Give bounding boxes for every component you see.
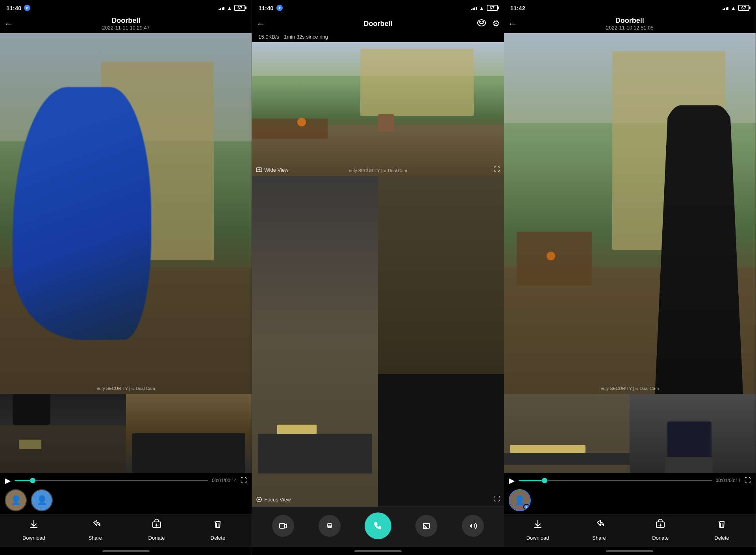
- playback-bar-left: ▶ 00:01/00:14 ⛶: [0, 473, 252, 487]
- back-button-right[interactable]: ←: [508, 18, 517, 29]
- avatars-row-right: 👤 ★: [504, 487, 756, 514]
- wifi-middle: ▲: [479, 5, 484, 11]
- time-middle: 11:40: [258, 5, 273, 11]
- live-ring: 1min 32s since ring: [284, 34, 328, 40]
- progress-thumb-left[interactable]: [30, 478, 35, 483]
- share-icon-right: [593, 519, 604, 533]
- cast-btn[interactable]: [415, 515, 437, 537]
- status-icons-left: ▲ 67: [219, 5, 245, 11]
- back-button-middle[interactable]: ←: [256, 18, 265, 29]
- status-icons-right: ▲ 67: [723, 5, 749, 11]
- camera-toggle-btn[interactable]: [272, 515, 294, 537]
- video-bottom-middle: Focus View ⛶: [252, 176, 504, 507]
- donate-label-right: Donate: [652, 535, 669, 541]
- progress-track-left[interactable]: [15, 480, 208, 481]
- donate-icon-left: [151, 519, 162, 533]
- donate-label-left: Donate: [148, 535, 165, 541]
- progress-thumb-right[interactable]: [542, 478, 547, 483]
- status-time-left: 11:40 ➤: [6, 5, 30, 11]
- wide-view-label: Wide View: [256, 167, 288, 173]
- progress-fill-left: [15, 480, 30, 481]
- svg-point-2: [478, 20, 485, 26]
- settings-icon-middle[interactable]: ⚙: [492, 19, 500, 29]
- svg-point-4: [482, 21, 484, 22]
- play-button-left[interactable]: ▶: [5, 476, 11, 485]
- back-button-left[interactable]: ←: [4, 18, 13, 29]
- wifi-left: ▲: [227, 5, 232, 11]
- nav-subtitle-right: 2022-11-10 12:51:05: [606, 25, 654, 31]
- donate-action-left[interactable]: Donate: [145, 519, 169, 541]
- playback-bar-right: ▶ 00:01/00:11 ⛶: [504, 473, 756, 487]
- time-left: 11:40: [6, 5, 21, 11]
- video-half-left-1: [0, 394, 126, 473]
- signal-right: [723, 6, 728, 10]
- avatar-2-left[interactable]: 👤: [31, 489, 53, 511]
- right-panel: 11:42 ▲ 67 ← Doorbell 2022-11-10 12:51:0…: [504, 0, 756, 555]
- avatar-1-left[interactable]: 👤: [5, 489, 27, 511]
- status-time-middle: 11:40 ➤: [258, 5, 282, 11]
- live-speed: 15.0KB/s: [258, 34, 279, 40]
- signal-left: [219, 6, 224, 10]
- signal-middle: [471, 6, 477, 10]
- delete-action-left[interactable]: Delete: [206, 519, 230, 541]
- call-btn-middle[interactable]: [365, 512, 391, 539]
- video-top-middle: Wide View ⛶ eufy SECURITY | ∞ Dual Cam: [252, 42, 504, 176]
- share-label-right: Share: [592, 535, 606, 541]
- nav-title-left: Doorbell: [102, 17, 150, 25]
- focus-view-expand[interactable]: ⛶: [494, 496, 500, 503]
- status-icons-middle: ▲ 67: [471, 5, 498, 11]
- video-half-left-2: [126, 394, 252, 473]
- location-icon-middle: ➤: [276, 5, 283, 11]
- focus-view-label: Focus View: [256, 496, 291, 503]
- battery-left: 67: [234, 5, 245, 11]
- avatar-1-right[interactable]: 👤 ★: [509, 489, 531, 511]
- left-panel: 11:40 ➤ ▲ 67 ← Doorbell 2022-11-11 10:29…: [0, 0, 252, 555]
- play-button-right[interactable]: ▶: [509, 476, 515, 485]
- svg-rect-8: [280, 523, 285, 528]
- svg-point-7: [258, 499, 260, 500]
- delete-action-right[interactable]: Delete: [710, 519, 734, 541]
- focus-left: [252, 176, 378, 507]
- action-bar-left: Download Share Donate Delete: [0, 514, 252, 547]
- fullscreen-btn-left[interactable]: ⛶: [241, 477, 247, 484]
- video-half-right-2: [630, 394, 756, 473]
- download-label-left: Download: [22, 535, 45, 541]
- download-icon-left: [28, 519, 39, 533]
- time-label-right: 00:01/00:11: [716, 478, 741, 483]
- delete-label-left: Delete: [211, 535, 226, 541]
- svg-line-9: [328, 525, 329, 528]
- status-bar-middle: 11:40 ➤ ▲ 67: [252, 0, 504, 14]
- middle-panel: 11:40 ➤ ▲ 67 ← Doorbell ⚙: [252, 0, 504, 555]
- donate-action-right[interactable]: Donate: [649, 519, 672, 541]
- progress-fill-right: [519, 480, 542, 481]
- svg-line-10: [330, 525, 331, 528]
- nav-bar-left: ← Doorbell 2022-11-11 10:29:47: [0, 14, 252, 33]
- call-controls-middle: [252, 507, 504, 547]
- video-half-right-1: [504, 394, 630, 473]
- video-bottom-right: [504, 394, 756, 473]
- mask-icon-middle[interactable]: [476, 17, 487, 30]
- share-label-left: Share: [88, 535, 102, 541]
- battery-middle: 67: [487, 5, 498, 11]
- video-bottom-left: [0, 394, 252, 473]
- delete-icon-left: [212, 519, 223, 533]
- speaker-btn[interactable]: [462, 515, 484, 537]
- fullscreen-btn-right[interactable]: ⛶: [745, 477, 751, 484]
- action-bar-right: Download Share Donate Delete: [504, 514, 756, 547]
- home-bar-middle: [252, 547, 504, 555]
- download-label-right: Download: [526, 535, 549, 541]
- status-bar-left: 11:40 ➤ ▲ 67: [0, 0, 252, 14]
- donate-icon-right: [655, 519, 666, 533]
- svg-rect-0: [30, 527, 37, 528]
- wide-view-expand[interactable]: ⛶: [494, 166, 500, 173]
- nav-subtitle-left: 2022-11-11 10:29:47: [102, 25, 150, 31]
- nav-title-middle: Doorbell: [363, 20, 392, 28]
- share-action-right[interactable]: Share: [587, 519, 611, 541]
- focus-right: [378, 176, 504, 507]
- share-action-left[interactable]: Share: [83, 519, 107, 541]
- download-action-left[interactable]: Download: [22, 519, 46, 541]
- clip-btn[interactable]: [319, 515, 341, 537]
- progress-track-right[interactable]: [519, 480, 712, 481]
- download-action-right[interactable]: Download: [526, 519, 550, 541]
- live-bar-middle: 15.0KB/s 1min 32s since ring: [252, 33, 504, 42]
